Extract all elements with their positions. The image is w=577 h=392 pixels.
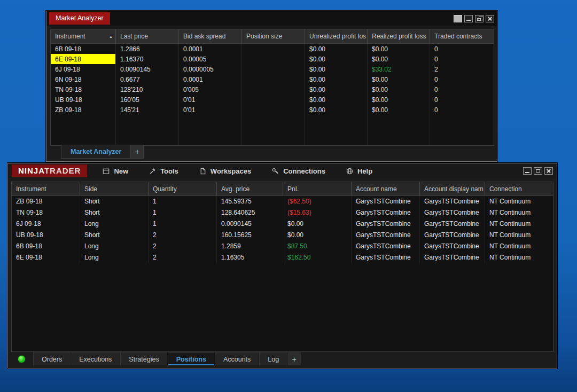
ma-cell: ZB 09-18 (51, 105, 116, 115)
ma-filler-cell (179, 115, 242, 145)
positions-row[interactable]: 6B 09-18Long21.2859$87.50GarysTSTCombine… (12, 241, 553, 252)
positions-cell: 145.59375 (217, 196, 283, 207)
minimize-button[interactable] (523, 167, 532, 175)
menu-help[interactable]: Help (346, 167, 372, 175)
tab-market-analyzer[interactable]: Market Analyzer (61, 145, 131, 159)
menu-connections[interactable]: Connections (271, 167, 325, 175)
ma-cell: $0.00 (305, 74, 368, 84)
minimize-icon (525, 172, 529, 173)
add-tab-button[interactable]: + (287, 352, 301, 365)
positions-filler-cell (352, 263, 420, 351)
positions-column-header-account-name[interactable]: Account name (352, 182, 420, 195)
menu-workspaces[interactable]: Workspaces (199, 167, 251, 175)
positions-cell: GarysTSTCombine (420, 241, 485, 252)
ma-column-header-bid-ask-spread[interactable]: Bid ask spread (179, 29, 242, 43)
ma-cell: $0.00 (368, 95, 430, 105)
tab-orders[interactable]: Orders (33, 352, 71, 365)
close-button[interactable] (486, 15, 494, 22)
menu-new[interactable]: New (102, 167, 128, 175)
menu-label-workspaces: Workspaces (210, 167, 251, 175)
ma-header-row: Instrument▲Last priceBid ask spreadPosit… (51, 29, 494, 44)
ma-cell: 0 (430, 105, 494, 115)
positions-cell: 0.0090145 (217, 218, 283, 230)
tab-executions[interactable]: Executions (71, 352, 120, 365)
ma-filler-cell (116, 115, 179, 145)
positions-cell: NT Continuum (485, 241, 553, 252)
ma-column-header-position-size[interactable]: Position size (242, 29, 305, 43)
ma-row[interactable]: 6B 09-181.28660.0001$0.00$0.000 (51, 44, 494, 54)
ma-cell: $0.00 (368, 105, 430, 115)
ma-cell (242, 64, 305, 74)
positions-cell: GarysTSTCombine (352, 241, 420, 252)
ma-row[interactable]: 6J 09-180.00901450.0000005$0.00$33.022 (51, 64, 494, 74)
positions-cell: 1.16305 (217, 252, 283, 263)
positions-row[interactable]: UB 09-18Short2160.15625$0.00GarysTSTComb… (12, 230, 553, 241)
ma-row[interactable]: TN 09-18128'2100'005$0.00$0.000 (51, 84, 494, 95)
positions-column-header-side[interactable]: Side (80, 182, 149, 195)
tab-strategies[interactable]: Strategies (120, 352, 167, 365)
ma-cell: 0'01 (179, 105, 242, 115)
positions-cell: 128.640625 (217, 207, 283, 218)
positions-row[interactable]: ZB 09-18Short1145.59375($62.50)GarysTSTC… (12, 196, 553, 207)
ma-row[interactable]: 6N 09-180.66770.0001$0.00$0.000 (51, 74, 494, 84)
positions-cell: $87.50 (283, 241, 352, 252)
positions-column-header-connection[interactable]: Connection (485, 182, 553, 195)
ma-column-header-unrealized-profit-los[interactable]: Unrealized profit los (305, 29, 368, 43)
positions-row[interactable]: TN 09-18Short1128.640625($15.63)GarysTST… (12, 207, 553, 218)
ma-cell: 0.0001 (179, 74, 242, 84)
restore-icon (477, 18, 481, 21)
positions-filler-cell (420, 263, 485, 351)
menu-tools[interactable]: Tools (149, 167, 178, 175)
ma-row[interactable]: 6E 09-181.163700.00005$0.00$0.000 (51, 54, 494, 64)
tab-log[interactable]: Log (259, 352, 287, 365)
positions-cell: NT Continuum (485, 196, 553, 207)
positions-column-label: Account display nam (424, 185, 484, 193)
positions-cell: GarysTSTCombine (420, 218, 485, 230)
ma-tab-strip: Market Analyzer+ (50, 145, 493, 159)
instrument-link-button[interactable] (454, 15, 462, 22)
positions-cell: ($15.63) (283, 207, 352, 218)
positions-column-header-quantity[interactable]: Quantity (149, 182, 217, 195)
ma-column-label: Instrument (55, 33, 85, 40)
ma-cell: 128'210 (116, 84, 179, 95)
ma-cell: $0.00 (368, 44, 430, 54)
ma-column-header-traded-contracts[interactable]: Traded contracts (430, 29, 494, 43)
ma-column-header-instrument[interactable]: Instrument▲ (51, 29, 116, 43)
tab-accounts[interactable]: Accounts (215, 352, 259, 365)
ninjatrader-logo: NINJATRADER (12, 164, 87, 177)
tab-positions[interactable]: Positions (168, 352, 215, 365)
close-button[interactable] (544, 167, 553, 175)
market-analyzer-titlebar[interactable]: Market Analyzer (46, 11, 497, 26)
control-center-titlebar[interactable]: NINJATRADER NewToolsWorkspacesConnection… (8, 163, 557, 178)
positions-filler-cell (12, 263, 80, 351)
minimize-button[interactable] (464, 15, 473, 22)
positions-cell: 2 (149, 252, 217, 263)
positions-column-label: Side (84, 185, 97, 193)
ma-row[interactable]: ZB 09-18145'210'01$0.00$0.000 (51, 105, 494, 115)
positions-cell: 6E 09-18 (12, 252, 80, 263)
ma-cell: 0.00005 (179, 54, 242, 64)
positions-cell: ($62.50) (283, 196, 352, 207)
ma-row[interactable]: UB 09-18160'050'01$0.00$0.000 (51, 95, 494, 105)
positions-cell: GarysTSTCombine (352, 218, 420, 230)
positions-cell: ZB 09-18 (12, 196, 80, 207)
ma-column-header-last-price[interactable]: Last price (116, 29, 179, 43)
ma-cell: $0.00 (368, 54, 430, 64)
control-center-window: NINJATRADER NewToolsWorkspacesConnection… (7, 163, 557, 369)
workspaces-icon (199, 167, 207, 175)
positions-column-header-avg-price[interactable]: Avg. price (217, 182, 283, 195)
positions-column-header-instrument[interactable]: Instrument (12, 182, 80, 195)
maximize-button[interactable] (534, 167, 542, 175)
positions-column-header-account-display-nam[interactable]: Account display nam (420, 182, 485, 195)
cc-window-controls (523, 167, 553, 175)
ma-filler (51, 115, 494, 145)
add-tab-button[interactable]: + (131, 145, 144, 159)
positions-row[interactable]: 6E 09-18Long21.16305$162.50GarysTSTCombi… (12, 252, 553, 263)
ma-column-header-realized-profit-loss[interactable]: Realized profit loss (368, 29, 430, 43)
positions-column-header-pnl[interactable]: PnL (283, 182, 352, 195)
restore-button[interactable] (475, 15, 484, 22)
ma-cell (242, 74, 305, 84)
ma-cell: TN 09-18 (51, 84, 116, 95)
positions-row[interactable]: 6J 09-18Long10.0090145$0.00GarysTSTCombi… (12, 218, 553, 230)
positions-filler-cell (149, 263, 217, 351)
